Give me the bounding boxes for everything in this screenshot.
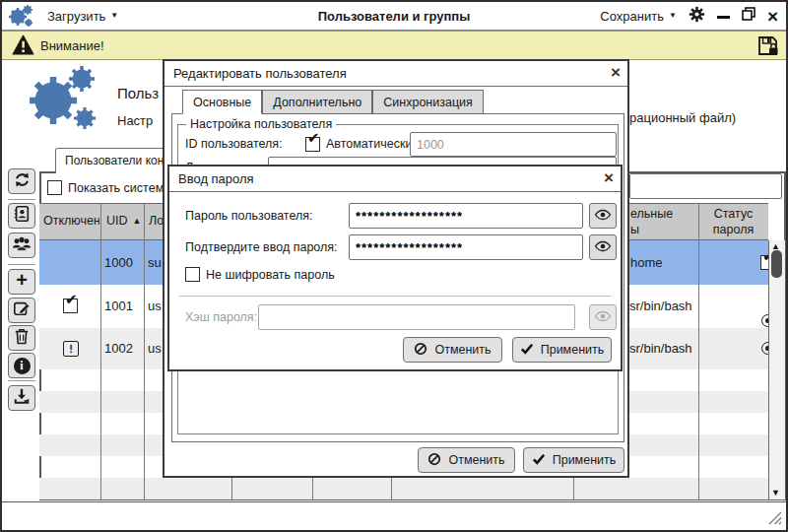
warning-bar: Внимание! — [2, 31, 786, 60]
id-input[interactable] — [410, 132, 617, 157]
info-button[interactable]: i — [8, 353, 35, 378]
dialog-cancel-button[interactable]: Отменить — [418, 447, 515, 473]
cancel-icon — [427, 452, 441, 469]
column-divider — [100, 203, 101, 499]
import-button[interactable] — [8, 385, 35, 411]
column-header-groups-fragment-2[interactable]: ы — [630, 223, 639, 236]
dialog-apply-button[interactable]: Применить — [523, 447, 624, 473]
tab-computer-users[interactable]: Пользователи кон — [55, 148, 165, 173]
close-button[interactable]: × — [767, 7, 778, 26]
plaintext-checkbox[interactable] — [185, 267, 200, 282]
show-confirm-password-button[interactable] — [589, 234, 617, 260]
vertical-scrollbar[interactable] — [768, 240, 785, 499]
id-label: ID пользователя: — [185, 137, 283, 151]
path-cell: home — [630, 255, 663, 270]
close-icon[interactable]: × — [611, 64, 621, 81]
dialog-title-bar: Ввод пароля — [169, 166, 621, 192]
password-apply-button[interactable]: Применить — [512, 337, 612, 363]
confirm-password-label: Подтвердите ввод пароля: — [185, 240, 338, 254]
address-book-icon — [13, 205, 31, 227]
uid-cell: 1002 — [104, 341, 133, 356]
disabled-checked-icon: ✔ — [63, 299, 78, 313]
password-cancel-button[interactable]: Отменить — [403, 337, 502, 363]
warning-text: Внимание! — [40, 38, 104, 53]
show-password-button[interactable] — [589, 203, 617, 229]
dialog-title-bar: Редактировать пользователя — [164, 61, 627, 87]
refresh-button[interactable] — [8, 168, 35, 194]
password-label: Пароль пользователя: — [185, 209, 312, 223]
scrollbar-thumb[interactable] — [771, 250, 782, 278]
contacts-button[interactable] — [8, 203, 35, 229]
groups-button[interactable] — [8, 233, 35, 258]
load-menu-button[interactable]: Загрузить ▼ — [47, 2, 118, 30]
disabled-exclaim-icon: ! — [63, 341, 79, 357]
password-input[interactable] — [349, 203, 583, 229]
page-subtitle-right-fragment: рационный файл) — [629, 110, 736, 125]
check-icon — [520, 343, 534, 358]
chevron-down-icon: ▼ — [669, 12, 677, 20]
add-user-button[interactable]: + — [8, 269, 35, 295]
eye-icon — [594, 308, 612, 326]
save-menu-label: Сохранить — [600, 9, 664, 24]
sort-ascending-icon: ▲ — [133, 216, 142, 226]
login-cell: us — [148, 299, 162, 313]
filter-input[interactable] — [629, 173, 782, 199]
edit-pencil-icon — [13, 299, 31, 321]
eye-icon — [594, 207, 612, 225]
eye-icon — [594, 238, 612, 256]
path-cell: sr/bin/bash — [629, 299, 692, 313]
path-cell: sr/bin/bash — [629, 341, 692, 356]
show-system-checkbox[interactable] — [47, 180, 62, 195]
confirm-password-input[interactable] — [349, 234, 583, 260]
check-icon — [532, 453, 546, 468]
sidebar-separator — [8, 264, 35, 265]
page-subtitle-left-fragment: Настр — [117, 113, 153, 128]
resize-grip[interactable] — [768, 511, 782, 529]
column-divider — [698, 203, 699, 499]
settings-gear-icon[interactable] — [689, 6, 705, 27]
load-menu-label: Загрузить — [47, 9, 105, 24]
refresh-icon — [14, 171, 31, 192]
hash-input[interactable] — [258, 304, 575, 330]
plus-icon: + — [16, 269, 28, 292]
user-group-icon — [12, 235, 32, 256]
sidebar-separator — [8, 380, 35, 381]
title-bar: Загрузить ▼ Пользователи и группы Сохран… — [2, 2, 786, 31]
column-header-uid[interactable]: UID▲ — [106, 214, 141, 228]
uid-cell: 1001 — [104, 299, 133, 313]
close-icon[interactable]: × — [604, 169, 614, 186]
save-menu-button[interactable]: Сохранить ▼ — [600, 9, 677, 24]
trash-icon — [14, 327, 30, 349]
column-header-password-status-1[interactable]: Статус — [698, 207, 768, 221]
info-icon: i — [14, 358, 31, 374]
download-icon — [13, 387, 31, 409]
status-bar — [2, 501, 786, 532]
separator — [179, 296, 611, 297]
empty-row — [39, 478, 768, 499]
page-gears-icon — [26, 63, 102, 142]
column-header-disabled[interactable]: Отключен — [43, 214, 99, 228]
dialog-title: Ввод пароля — [178, 171, 254, 186]
auto-id-checkbox[interactable]: ✔ — [305, 137, 320, 152]
show-hash-button[interactable] — [589, 304, 617, 330]
restore-button[interactable] — [742, 7, 755, 25]
tab-basic[interactable]: Основные — [182, 90, 262, 114]
password-dialog: Ввод пароля × Пароль пользователя: Подтв… — [167, 165, 623, 371]
app-gears-icon — [8, 4, 35, 28]
save-protected-icon[interactable] — [756, 34, 779, 61]
delete-user-button[interactable] — [8, 325, 35, 351]
cancel-icon — [414, 342, 427, 359]
edit-user-button[interactable] — [8, 298, 35, 323]
column-header-login-fragment[interactable]: Ло — [149, 214, 164, 228]
column-header-groups-fragment-1[interactable]: ельные — [630, 207, 673, 221]
column-header-password-status-2[interactable]: пароля — [698, 223, 768, 236]
scroll-down-arrow[interactable]: ▼ — [771, 489, 780, 498]
minimize-button[interactable] — [717, 16, 730, 19]
hash-label: Хэш пароля: — [185, 310, 257, 324]
sidebar-separator — [8, 199, 35, 200]
tab-sync[interactable]: Синхронизация — [372, 90, 484, 114]
tab-advanced[interactable]: Дополнительно — [262, 90, 372, 114]
dialog-title: Редактировать пользователя — [173, 66, 347, 81]
uid-cell: 1000 — [104, 255, 133, 270]
column-divider — [144, 203, 145, 499]
